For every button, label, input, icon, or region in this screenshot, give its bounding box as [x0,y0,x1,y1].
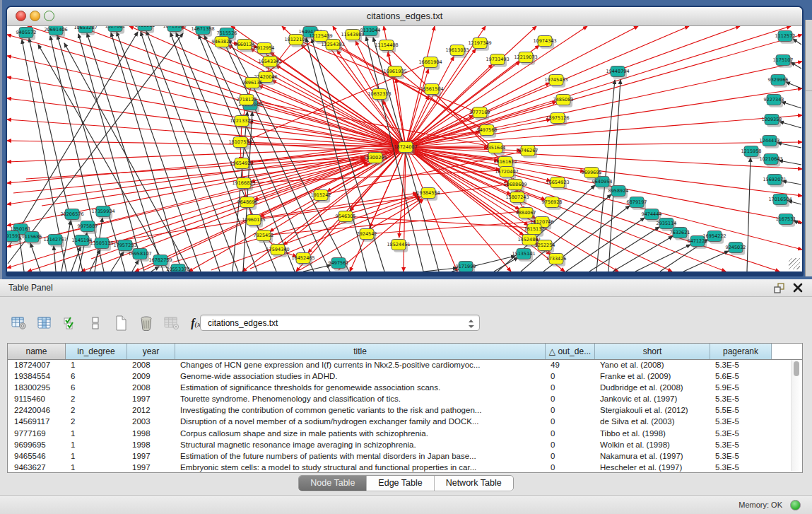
network-node-label: 9896136 [242,80,263,86]
table-row[interactable]: 2242004622012Investigating the contribut… [8,404,802,416]
network-node-label: 12197349 [468,40,491,46]
node-table: namein_degreeyeartitle△ out_de...shortpa… [7,343,803,473]
table-cell: 0 [546,428,595,439]
network-node-label: 10719185 [163,26,186,29]
column-header-out_de[interactable]: △ out_de... [546,344,595,359]
table-cell: Wolkin et al. (1998) [595,439,710,450]
table-cell: 0 [546,462,595,472]
network-node-label: 18975126 [546,115,569,121]
network-node-label: 17359934 [91,209,114,214]
network-node-label: 6879197 [627,199,647,205]
column-header-short[interactable]: short [595,344,710,359]
table-row[interactable]: 1938455462009Genome-wide association stu… [8,370,802,382]
network-node-label: 16958107 [128,251,151,257]
network-node-label: 9463822 [212,39,233,45]
table-cell: 1998 [127,439,175,450]
table-vertical-scrollbar[interactable] [791,360,801,471]
create-column-icon[interactable] [112,314,130,332]
close-panel-icon[interactable] [792,282,804,293]
network-node-label: 16661904 [418,59,442,65]
column-header-name[interactable]: name [8,344,66,359]
column-header-in_degree[interactable]: in_degree [66,344,127,359]
network-node-label: 10653287 [73,26,97,30]
table-cell: 5.3E-5 [710,450,772,462]
memory-status-indicator[interactable] [790,500,801,510]
table-row[interactable]: 1830029562008Estimation of significance … [8,382,802,393]
network-node-label: 10210643 [759,156,782,162]
network-node-label: 18122104 [284,37,307,42]
table-cell: 2 [66,416,127,427]
table-cell: Investigating the contribution of common… [175,404,546,416]
table-cell: 1998 [127,428,175,439]
table-selector-value: citations_edges.txt [208,318,278,328]
table-row[interactable]: 977716911998Corpus callosum shape and si… [8,428,802,439]
network-node-label: 8912954 [254,45,275,51]
network-node-label: 1115686 [22,234,42,240]
network-canvas[interactable]: 9405572206914061065328715276026466160107… [7,26,802,271]
table-selector-dropdown[interactable]: citations_edges.txt [200,315,480,331]
table-cell: 22420046 [8,404,66,416]
network-node-label: 10974343 [533,38,556,44]
table-cell: Genome-wide association studies in ADHD. [175,370,546,382]
network-node-label: 1244413 [760,138,780,144]
table-row[interactable]: 1456911722003Disruption of a novel membe… [8,416,802,427]
network-node-label: 15807243 [505,194,529,200]
tab-network-table[interactable]: Network Table [435,476,513,491]
network-node-label: 18300295 [363,155,387,160]
table-cell: 9465546 [8,450,66,462]
table-cell: 5.3E-5 [710,359,772,370]
table-toolbar-icons: f(x) [10,312,206,334]
table-cell: 2008 [127,359,175,370]
network-window-titlebar[interactable]: citations_edges.txt [7,7,802,26]
delete-columns-icon[interactable] [137,314,155,332]
network-node-label: 2351644 [486,145,506,151]
scrollbar-thumb[interactable] [794,361,799,376]
select-columns-icon[interactable] [61,314,79,332]
network-node-label: 1733426 [546,256,567,262]
network-node-label: 6466160 [135,26,155,28]
tab-edge-table[interactable]: Edge Table [367,476,434,491]
network-node-label: 9497568 [477,127,498,133]
table-cell: 2 [66,393,127,404]
table-cell: 1 [66,359,127,370]
table-cell: 2008 [127,382,175,393]
adjacent-panel-edge [805,20,812,276]
table-cell: 14569117 [8,416,66,427]
column-header-pagerank[interactable]: pagerank [710,344,772,359]
table-row[interactable]: 911546021997Tourette syndrome. Phenomeno… [8,393,802,404]
table-cell: 18724007 [8,359,66,370]
show-columns-icon[interactable] [35,314,54,332]
table-cell: 0 [546,416,595,427]
network-node-label: 391591 [7,233,20,239]
network-node-label: 1915242 [311,192,331,198]
network-node-label: 1175107 [773,57,794,63]
import-table-icon [163,314,181,332]
row-layout-icon[interactable] [86,314,105,332]
table-cell: 2009 [127,370,175,382]
network-node-label: 12254393 [321,42,344,47]
table-row[interactable]: 946554611997Estimation of the future num… [8,450,802,462]
table-mode-icon[interactable] [10,314,28,332]
network-node-label: 9975887 [78,223,98,229]
network-node-label: 1527602 [105,26,126,29]
tab-node-table[interactable]: Node Table [299,476,367,491]
table-cell: 2012 [127,404,175,416]
table-row[interactable]: 969969511998Structural magnetic resonanc… [8,439,802,450]
column-header-title[interactable]: title [175,344,546,359]
table-cell: 9699695 [8,439,66,450]
table-cell: Structural magnetic resonance image aver… [175,439,546,450]
network-node-label: 15135141 [512,251,535,257]
table-cell: 0 [546,382,595,393]
network-node-label: 16782759 [148,257,172,263]
table-row[interactable]: 1872400712008Changes of HCN gene express… [8,359,802,370]
column-header-year[interactable]: year [127,344,175,359]
window-resize-grip[interactable] [789,258,800,269]
table-row[interactable]: 946362711997Embryonic stem cells: a mode… [8,462,802,472]
float-panel-icon[interactable] [773,282,785,294]
network-node-label: 2718127 [237,97,257,103]
network-window-title: citations_edges.txt [7,7,802,25]
table-cell: Changes of HCN gene expression and I(f) … [175,359,546,370]
network-node-label: 18524451 [387,242,410,247]
network-node-label: 9756928 [542,199,563,205]
network-node-label: 1145194 [72,238,93,243]
